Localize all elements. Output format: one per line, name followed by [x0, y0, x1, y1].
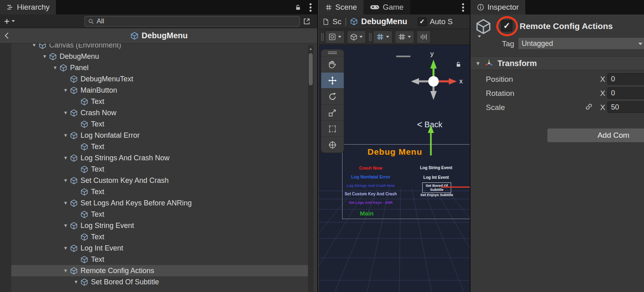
scroll-up-icon[interactable]: ▲	[308, 47, 314, 51]
position-x-input[interactable]: 0	[607, 73, 644, 85]
move-tool-button[interactable]	[321, 72, 344, 88]
transform-tool-button[interactable]	[321, 137, 344, 153]
tree-row[interactable]: ▼ Text	[11, 96, 308, 107]
tab-hierarchy[interactable]: Hierarchy	[0, 0, 56, 14]
tag-dropdown[interactable]: Untagged	[518, 37, 644, 50]
scene-viewport[interactable]: y x < Back Debug Menu Crash Now Log Nonf…	[319, 45, 470, 292]
scenes-crumb-label[interactable]: Sc	[332, 17, 341, 26]
scene-menu-icon[interactable]	[462, 6, 464, 8]
tree-row[interactable]: ▼ Text	[11, 186, 308, 197]
create-button[interactable]: +	[0, 17, 15, 26]
tree-row[interactable]: ▼ Text	[11, 164, 308, 175]
hierarchy-scrollbar[interactable]: ▲	[308, 45, 314, 292]
foldout-icon[interactable]: ▼	[61, 178, 70, 183]
lock-icon[interactable]	[295, 4, 301, 11]
drag-handle-icon[interactable]	[369, 33, 370, 41]
tree-row[interactable]: ▼ Log String Event	[11, 220, 308, 231]
scale-label: Scale	[486, 103, 505, 112]
foldout-icon[interactable]: ▼	[475, 60, 481, 66]
search-icon	[88, 19, 94, 25]
picker-icon[interactable]	[303, 17, 311, 25]
scale-tool-button[interactable]	[321, 104, 344, 120]
tree-row[interactable]: ▼ Text	[11, 254, 308, 265]
tree-row[interactable]: ▼ Log Strings And Crash Now	[11, 152, 308, 164]
view-options-dropdown[interactable]	[347, 31, 366, 43]
prefab-crumb-label[interactable]: DebugMenu	[361, 17, 407, 26]
position-label: Position	[486, 75, 513, 84]
gameobject-icon	[70, 244, 78, 252]
tree-row[interactable]: ▼ Text	[11, 209, 308, 220]
foldout-icon[interactable]: ▼	[61, 155, 70, 161]
scale-x-label: X	[600, 103, 605, 112]
gameobject-icon	[70, 154, 78, 162]
tree-row[interactable]: ▼ DebugMenuText	[11, 73, 308, 85]
annotation-red-circle	[496, 16, 518, 36]
chevron-down-icon	[12, 20, 15, 22]
tree-row[interactable]: ▼ Text	[11, 231, 308, 242]
tree-row[interactable]: ▼ Text	[11, 118, 308, 130]
tree-row-selected[interactable]: ▼ Remote Config Actions	[11, 265, 308, 276]
foldout-icon[interactable]: ▼	[72, 279, 80, 285]
scene-grid-icon	[325, 4, 332, 11]
chevron-down-icon	[408, 36, 411, 38]
rotation-x-input[interactable]: 0	[607, 87, 644, 99]
tree-row[interactable]: ▼ DebugMenu	[11, 51, 308, 62]
foldout-icon[interactable]: ▼	[61, 245, 70, 251]
tree-row[interactable]: ▼ Set Logs And Keys Before ANRing	[11, 197, 308, 209]
foldout-icon[interactable]: ▼	[40, 54, 49, 59]
foldout-icon[interactable]: ▼	[61, 268, 70, 273]
hand-tool-button[interactable]	[321, 56, 344, 72]
orientation-gizmo[interactable]	[405, 56, 462, 112]
move-gizmo-y-axis[interactable]	[428, 125, 434, 155]
tree-row[interactable]: ▼ Text	[11, 141, 308, 152]
tab-game[interactable]: Game	[363, 0, 410, 14]
tree-row[interactable]: ▼ Log Nonfatal Error	[11, 130, 308, 141]
rotate-tool-button[interactable]	[321, 88, 344, 104]
foldout-icon[interactable]: ▼	[61, 200, 70, 206]
measure-tool-button[interactable]	[417, 31, 431, 43]
grid-icon	[376, 33, 384, 41]
tree-row[interactable]: ▼ Panel	[11, 62, 308, 73]
grid-visibility-dropdown[interactable]	[373, 31, 392, 43]
tree-row-label: Text	[91, 165, 104, 174]
prefab-cube-icon	[350, 18, 358, 25]
tree-row-label: Text	[91, 188, 104, 196]
gizmo-lock-icon[interactable]	[455, 61, 462, 68]
transform-component-header[interactable]: ▼ Transform	[471, 56, 644, 70]
search-input[interactable]: All	[85, 16, 300, 27]
tab-scene[interactable]: Scene	[319, 0, 363, 14]
prefab-breadcrumb[interactable]: DebugMenu	[0, 31, 318, 40]
move-icon	[328, 76, 337, 85]
crash-now-button: Crash Now	[349, 166, 393, 170]
foldout-icon[interactable]: ▼	[61, 133, 70, 138]
foldout-icon[interactable]: ▼	[51, 65, 60, 70]
hierarchy-menu-icon[interactable]	[310, 6, 312, 8]
draw-mode-dropdown[interactable]	[325, 31, 345, 43]
tools-drag-handle[interactable]	[321, 50, 344, 56]
scrollbar-thumb[interactable]	[309, 53, 313, 85]
move-gizmo-x-axis[interactable]	[442, 186, 470, 188]
add-component-button[interactable]: Add Com	[547, 128, 644, 143]
rect-tool-button[interactable]	[321, 120, 344, 137]
tree-row-label: Log Nonfatal Error	[80, 131, 140, 140]
icon-picker-chevron[interactable]	[478, 35, 481, 37]
gameobject-cube-icon[interactable]	[475, 19, 491, 35]
scale-link-icon[interactable]	[585, 103, 592, 110]
tree-row[interactable]: ▼ Log Int Event	[11, 242, 308, 254]
tab-inspector[interactable]: Inspector	[471, 0, 525, 14]
tree-row[interactable]: ▼ MainButton	[11, 85, 308, 96]
snap-settings-dropdown[interactable]	[395, 31, 414, 43]
tree-row[interactable]: ▼ Set Custom Key And Crash	[11, 175, 308, 186]
hierarchy-tab-label: Hierarchy	[17, 3, 50, 12]
tree-row-label: Text	[91, 210, 104, 219]
tree-row[interactable]: ▼ Set Bored Of Subtitle	[11, 276, 308, 288]
foldout-icon[interactable]: ▼	[61, 87, 70, 93]
foldout-icon[interactable]: ▼	[61, 223, 70, 228]
scale-x-input[interactable]: 50	[607, 101, 644, 113]
tree-row-label: Set Logs And Keys Before ANRing	[80, 199, 192, 207]
tree-row[interactable]: ▼ Crash Now	[11, 107, 308, 118]
autosave-checkbox[interactable]: ✓	[418, 17, 427, 26]
foldout-icon[interactable]: ▼	[61, 110, 70, 116]
drag-handle-icon[interactable]	[321, 33, 322, 41]
inspector-tab-label: Inspector	[487, 3, 519, 12]
